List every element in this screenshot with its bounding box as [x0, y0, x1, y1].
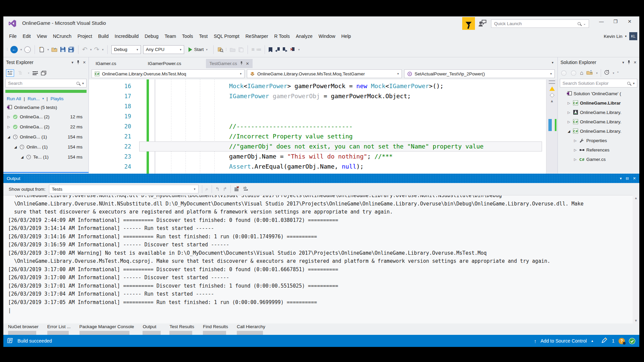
menu-item-edit[interactable]: Edit [20, 32, 34, 41]
menu-item-window[interactable]: Window [316, 32, 338, 41]
quick-launch-box[interactable]: Quick Launch ⌄ [491, 19, 589, 28]
maximize-button[interactable]: ❐ [608, 16, 623, 26]
open-file-button[interactable] [51, 47, 58, 52]
scroll-up-icon[interactable]: ▲ [634, 196, 638, 200]
expand-arrow-icon[interactable]: ▷ [7, 115, 11, 119]
chevron-down-icon[interactable]: ▾ [28, 71, 30, 75]
notification-count[interactable]: 1 [612, 338, 614, 344]
chevron-up-icon[interactable]: ▲ [591, 339, 594, 343]
test-item[interactable]: ◢OnlineG... (1)154 ms [3, 132, 89, 142]
chevron-down-icon[interactable]: ▾ [90, 48, 92, 51]
code-line[interactable]: 20//-------------------------------- [89, 121, 546, 131]
test-item[interactable]: ▷OnlineGa... (2)12 ms [3, 112, 89, 122]
project-dropdown[interactable]: C# OnlineGame.Library.Overuse.MsTest.Moq… [92, 69, 245, 78]
sync-with-active-document-icon[interactable] [586, 70, 593, 76]
collapse-arrow-icon[interactable]: ◢ [567, 129, 571, 133]
new-project-button[interactable] [39, 47, 45, 53]
solution-configuration-combo[interactable]: Debug▾ [111, 45, 141, 54]
forward-button[interactable]: → [571, 70, 576, 76]
collapse-arrow-icon[interactable]: ◢ [13, 145, 17, 149]
output-scrollbar[interactable]: ▲ ▼ [633, 195, 639, 323]
expand-arrow-icon[interactable]: ▷ [567, 111, 571, 114]
pin-icon[interactable] [627, 60, 631, 65]
pending-changes-filter-icon[interactable] [604, 70, 609, 76]
collapse-arrow-icon[interactable]: ◢ [20, 155, 24, 159]
close-icon[interactable]: ✕ [83, 60, 86, 65]
bottom-tab-error-list-[interactable]: Error List ... [47, 323, 71, 335]
expand-arrow-icon[interactable]: ▷ [573, 158, 577, 161]
bottom-tab-nuget-browser[interactable]: NuGet browser [8, 323, 39, 335]
expand-arrow-icon[interactable]: ▷ [573, 139, 577, 142]
find-in-files-button[interactable] [217, 47, 223, 53]
group-by-button[interactable] [17, 69, 25, 77]
find-message-icon[interactable]: ⌕ [206, 186, 208, 192]
navigate-back-button[interactable]: ← [10, 46, 18, 53]
window-position-icon[interactable]: ▾ [620, 176, 622, 181]
window-position-icon[interactable]: ▾ [622, 60, 624, 65]
bottom-tab-call-hierarchy[interactable]: Call Hierarchy [237, 323, 265, 335]
bottom-tab-test-results[interactable]: Test Results [169, 323, 194, 335]
test-explorer-header[interactable]: Test Explorer ▾ ✕ [3, 57, 89, 67]
home-icon[interactable]: ⌂ [580, 70, 583, 76]
tab-testgamer-cs[interactable]: TestGamer.cs✕ [206, 59, 253, 68]
menu-item-file[interactable]: File [6, 32, 20, 41]
scroll-up-icon[interactable]: ▲ [546, 99, 557, 103]
menu-item-view[interactable]: View [34, 32, 50, 41]
menu-item-resharper[interactable]: ReSharper [243, 32, 271, 41]
clear-bookmarks-button[interactable] [290, 47, 296, 52]
chevron-down-icon[interactable]: ▾ [102, 48, 104, 51]
menu-item-team[interactable]: Team [162, 32, 179, 41]
avatar[interactable]: KL [629, 32, 637, 40]
window-position-icon[interactable]: ▾ [71, 60, 73, 65]
solution-platform-combo[interactable]: Any CPU▾ [143, 45, 184, 54]
feedback-icon[interactable] [478, 19, 487, 28]
menu-item-debug[interactable]: Debug [142, 32, 161, 41]
expand-arrow-icon[interactable]: ▷ [7, 125, 11, 129]
tab-igamerpower-cs[interactable]: IGamerPower.cs [145, 59, 185, 68]
code-line[interactable]: 21//Incorrect Property value setting [89, 131, 546, 141]
chevron-down-icon[interactable]: ▾ [42, 97, 44, 100]
solution-search-box[interactable]: Search Solution Explor ▾ [560, 79, 637, 87]
expand-arrow-icon[interactable]: ▷ [573, 148, 577, 152]
close-icon[interactable]: ✕ [246, 61, 249, 66]
expand-arrow-icon[interactable]: ▷ [567, 101, 571, 105]
code-line[interactable]: 16Mock<IGamerPower> gamerPowerMock = new… [89, 81, 546, 91]
run-after-build-button[interactable] [32, 71, 38, 75]
back-button[interactable]: ← [561, 70, 567, 76]
menu-item-analyze[interactable]: Analyze [293, 32, 316, 41]
solution-explorer-header[interactable]: Solution Explorer ▾ ✕ [558, 57, 639, 67]
chevron-down-icon[interactable]: ▾ [20, 48, 22, 51]
code-line[interactable]: 22//"gamerObj" does not exist, you can n… [89, 141, 546, 152]
test-item[interactable]: ▷OnlineGa... (2)22 ms [3, 122, 89, 132]
bookmark-icon[interactable] [269, 47, 272, 52]
member-dropdown[interactable]: SetActualPower_TestVip_2Power() ▾ [404, 69, 555, 78]
add-to-source-control-button[interactable]: Add to Source Control [541, 338, 587, 344]
code-line[interactable]: 17IGamerPower gamerPowerObj = gamerPower… [89, 91, 546, 101]
ncrunch-filter-button[interactable] [462, 17, 475, 30]
document-list-chevron-icon[interactable]: ▾ [552, 61, 553, 64]
solution-item[interactable]: ▷C#OnlineGame.Librar [558, 98, 639, 108]
output-title-bar[interactable]: Output ▾ ⊟ ✕ [3, 174, 639, 183]
feedback-pen-icon[interactable] [601, 338, 608, 345]
chevron-down-icon[interactable]: ▾ [613, 71, 614, 75]
help-badge-icon[interactable]: ? [619, 338, 625, 344]
solution-item[interactable]: ◢C#OnlineGame.Library. [558, 126, 639, 136]
menu-item-sql-prompt[interactable]: SQL Prompt [211, 32, 243, 41]
solution-item[interactable]: ▷References [558, 145, 639, 155]
save-button[interactable] [60, 47, 66, 52]
menu-item-r-tools[interactable]: R Tools [271, 32, 292, 41]
test-views-button[interactable] [41, 71, 46, 75]
pin-icon[interactable] [76, 60, 80, 65]
menu-item-incredibuild[interactable]: Incredibuild [112, 32, 142, 41]
navigate-forward-button[interactable]: → [24, 46, 31, 53]
tab-igamer-cs[interactable]: IGamer.cs [92, 59, 120, 68]
success-check-icon[interactable] [629, 338, 635, 344]
solution-item[interactable]: ▷C#Gamer.cs [558, 155, 639, 164]
scrollbar-thumb[interactable] [548, 119, 552, 131]
bottom-tab-find-results[interactable]: Find Results [203, 323, 228, 335]
test-item[interactable]: ◢Te... (1)154 ms [3, 152, 89, 162]
close-icon[interactable]: ✕ [633, 176, 636, 181]
solution-item[interactable]: ▷Properties [558, 136, 639, 145]
user-name[interactable]: Kevin Lin [604, 34, 623, 39]
menu-item-ncrunch[interactable]: NCrunch [50, 32, 74, 41]
